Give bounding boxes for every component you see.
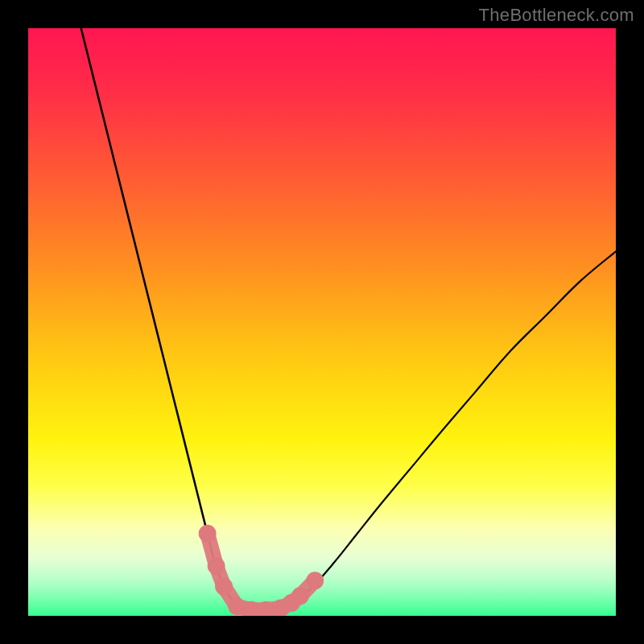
bottleneck-curve-right [260, 251, 616, 609]
bottleneck-curve-left [81, 28, 261, 610]
watermark-text: TheBottleneck.com [479, 5, 634, 26]
marker-point [291, 587, 309, 605]
marker-point [215, 578, 233, 596]
marker-group [199, 525, 324, 616]
plot-area [28, 28, 616, 616]
marker-point [228, 597, 246, 615]
curve-layer [28, 28, 616, 616]
marker-point [306, 572, 324, 589]
chart-frame: TheBottleneck.com [0, 0, 644, 644]
marker-point [208, 557, 225, 575]
marker-point [199, 525, 217, 543]
